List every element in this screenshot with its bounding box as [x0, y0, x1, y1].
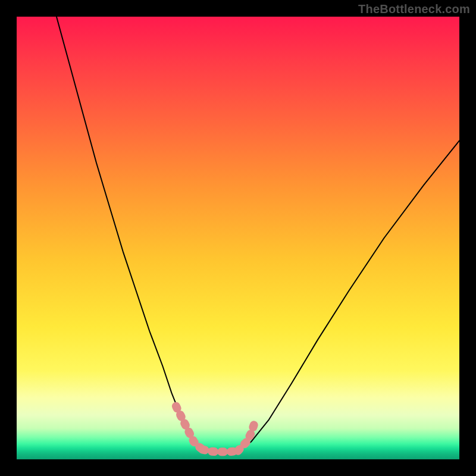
watermark-text: TheBottleneck.com	[358, 2, 470, 16]
curves-svg	[17, 17, 459, 459]
plot-area	[17, 17, 459, 459]
bottleneck-curve	[57, 17, 459, 452]
curve-black	[57, 17, 459, 452]
pink-marker-right	[238, 419, 256, 451]
pink-marker-left	[176, 406, 203, 450]
chart-frame: TheBottleneck.com	[0, 0, 476, 476]
pink-marker-bottom	[202, 450, 238, 452]
marker-pink	[176, 406, 256, 452]
